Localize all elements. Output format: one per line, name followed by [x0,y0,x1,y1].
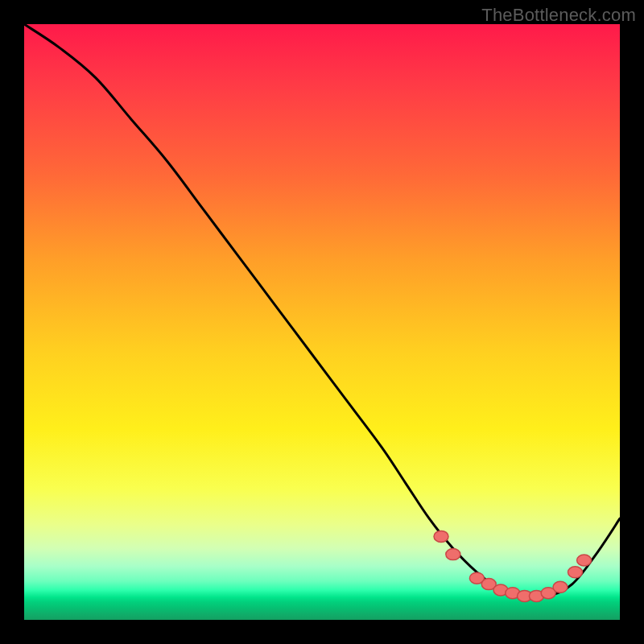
chart-frame: TheBottleneck.com [0,0,644,644]
chart-svg [24,24,620,620]
bottleneck-curve [24,24,620,597]
marker-group [434,530,592,601]
marker-dot [434,530,448,542]
marker-dot [553,581,568,592]
marker-dot [577,555,592,566]
marker-dot [446,549,460,560]
marker-dot [568,567,583,578]
plot-area [24,24,620,620]
watermark-text: TheBottleneck.com [481,5,636,26]
